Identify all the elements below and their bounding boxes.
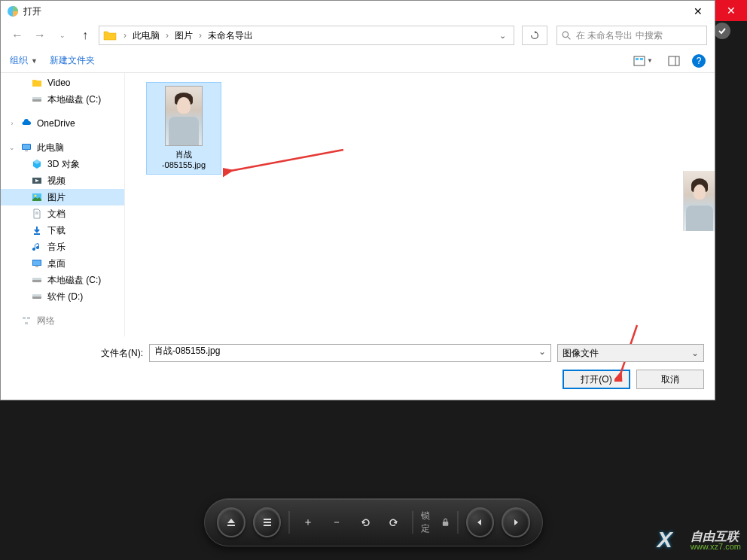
toolbar: 组织 ▼ 新建文件夹 ▼ ? [1, 49, 715, 73]
file-type-filter[interactable]: 图像文件 [557, 344, 704, 362]
search-placeholder: 在 未命名导出 中搜索 [576, 29, 663, 42]
svg-rect-4 [636, 58, 639, 60]
next-button[interactable] [502, 507, 530, 537]
player-toolbar: ＋ － 锁定 [204, 498, 543, 546]
svg-rect-6 [669, 56, 679, 65]
sidebar-item-videos[interactable]: 视频 [1, 172, 124, 189]
chevron-right-icon: › [166, 30, 169, 41]
sidebar-item-documents[interactable]: 文档 [1, 205, 124, 222]
search-input[interactable]: 在 未命名导出 中搜索 [556, 26, 707, 45]
preview-pane-button[interactable] [665, 54, 683, 68]
svg-rect-28 [25, 322, 28, 324]
lock-toggle[interactable]: 锁定 [421, 510, 449, 535]
prev-button[interactable] [466, 507, 495, 537]
zoom-out-button[interactable]: － [326, 511, 347, 534]
sidebar-item-desktop[interactable]: 桌面 [1, 255, 124, 272]
file-list[interactable]: 肖战-085155.jpg [125, 73, 715, 336]
sidebar-item-network[interactable]: 网络 [1, 312, 124, 329]
dialog-title: 打开 [23, 5, 41, 18]
watermark-brand: 自由互联 [691, 531, 741, 543]
sidebar-item-downloads[interactable]: 下载 [1, 222, 124, 239]
svg-rect-23 [32, 278, 41, 280]
open-button[interactable]: 打开(O) [563, 370, 630, 389]
filename-input[interactable]: 肖战-085155.jpg [149, 344, 551, 362]
svg-point-1 [563, 32, 568, 37]
sidebar-item-music[interactable]: 音乐 [1, 239, 124, 255]
svg-rect-12 [25, 151, 28, 151]
menu-button[interactable] [253, 507, 282, 537]
zoom-in-button[interactable]: ＋ [297, 511, 319, 534]
sidebar-item-video[interactable]: Video [1, 75, 124, 91]
svg-rect-9 [32, 97, 41, 99]
svg-rect-35 [442, 522, 447, 526]
file-item[interactable]: 肖战-085155.jpg [146, 82, 221, 175]
app-icon [7, 5, 19, 17]
svg-rect-26 [23, 317, 26, 319]
svg-rect-20 [33, 260, 41, 265]
help-button[interactable]: ? [692, 54, 706, 68]
view-mode-button[interactable]: ▼ [630, 54, 656, 68]
filename-label: 文件名(N): [11, 347, 143, 360]
svg-point-15 [35, 195, 37, 197]
titlebar: 打开 ✕ [1, 1, 715, 22]
chevron-right-icon: › [123, 30, 127, 41]
watermark-url: www.xz7.com [691, 543, 741, 551]
svg-line-2 [568, 37, 570, 39]
breadcrumb-dropdown-icon[interactable]: ⌄ [495, 29, 511, 42]
sidebar-item-local-c[interactable]: 本地磁盘 (C:) [1, 91, 124, 108]
sidebar-item-this-pc[interactable]: ⌄此电脑 [1, 139, 124, 156]
chevron-right-icon: › [199, 30, 202, 41]
sidebar-item-software-d[interactable]: 软件 (D:) [1, 288, 124, 305]
close-icon[interactable]: ✕ [688, 5, 709, 17]
background-close-button[interactable]: ✕ [715, 0, 747, 21]
back-button[interactable]: ← [8, 26, 26, 44]
breadcrumb-current[interactable]: 未命名导出 [205, 28, 256, 44]
navbar: ← → ⌄ ↑ › 此电脑 › 图片 › 未命名导出 ⌄ 在 未命名导出 中搜索 [1, 22, 715, 49]
cancel-button[interactable]: 取消 [636, 370, 704, 389]
watermark-logo-icon: X [657, 527, 672, 552]
background-check-button[interactable] [714, 23, 730, 39]
breadcrumb-root[interactable]: 此电脑 [130, 28, 163, 44]
svg-rect-3 [634, 56, 645, 65]
chevron-down-icon: ▼ [31, 57, 38, 65]
watermark: X 自由互联 www.xz7.com [657, 527, 741, 554]
svg-rect-11 [23, 145, 30, 149]
chevron-down-icon: ⌄ [8, 144, 16, 151]
svg-rect-21 [35, 266, 38, 267]
up-button[interactable]: ↑ [76, 26, 94, 44]
file-name: 肖战-085155.jpg [150, 149, 218, 171]
chevron-right-icon: › [8, 120, 16, 127]
recent-dropdown[interactable]: ⌄ [53, 26, 72, 44]
new-folder-button[interactable]: 新建文件夹 [50, 54, 95, 67]
annotation-arrow [223, 148, 351, 178]
lock-icon [441, 518, 450, 527]
breadcrumb-bar[interactable]: › 此电脑 › 图片 › 未命名导出 ⌄ [99, 26, 514, 45]
svg-rect-5 [640, 58, 643, 60]
search-icon [562, 31, 572, 41]
organize-button[interactable]: 组织 ▼ [10, 54, 38, 67]
forward-button: → [31, 26, 49, 44]
undo-button[interactable] [355, 511, 376, 534]
breadcrumb-pictures[interactable]: 图片 [172, 28, 196, 44]
refresh-button[interactable] [522, 26, 547, 45]
svg-line-29 [230, 150, 343, 171]
svg-rect-25 [32, 294, 41, 297]
sidebar-item-local-c2[interactable]: 本地磁盘 (C:) [1, 272, 124, 288]
sidebar-item-onedrive[interactable]: ›OneDrive [1, 115, 124, 132]
sidebar-item-pictures[interactable]: 图片 [1, 189, 124, 205]
sidebar: Video 本地磁盘 (C:) ›OneDrive ⌄此电脑 3D 对象 视频 … [1, 73, 125, 336]
eject-button[interactable] [217, 507, 245, 537]
svg-rect-27 [27, 317, 30, 319]
dialog-footer: 文件名(N): 肖战-085155.jpg 图像文件 打开(O) 取消 [1, 336, 715, 400]
preview-pane-thumbnail [683, 171, 715, 231]
redo-button[interactable] [383, 511, 404, 534]
open-file-dialog: 打开 ✕ ← → ⌄ ↑ › 此电脑 › 图片 › 未命名导出 ⌄ 在 未 [0, 0, 715, 400]
file-thumbnail [165, 86, 203, 146]
svg-rect-31 [227, 525, 235, 526]
chevron-down-icon: ▼ [647, 57, 653, 64]
sidebar-item-3d-objects[interactable]: 3D 对象 [1, 156, 124, 172]
folder-icon [102, 28, 117, 43]
